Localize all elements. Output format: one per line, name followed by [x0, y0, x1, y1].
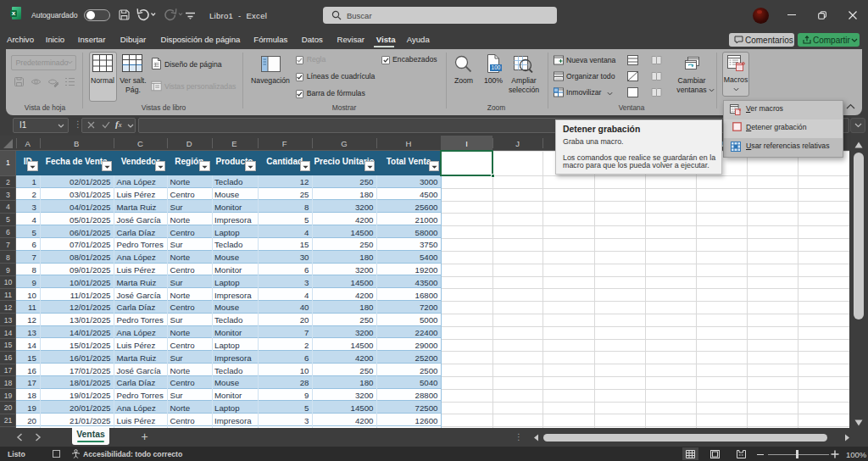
- svg-text:100: 100: [492, 64, 501, 70]
